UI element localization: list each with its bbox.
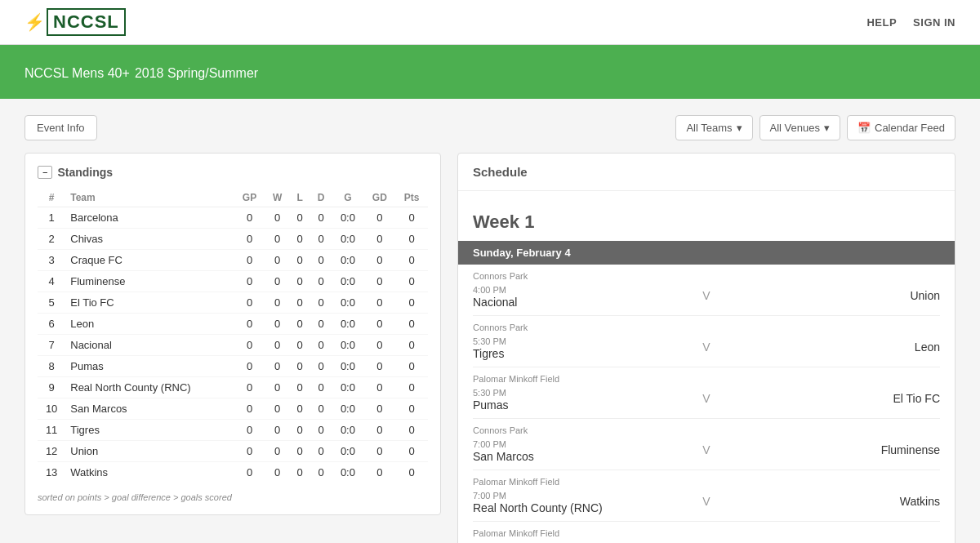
row-d: 0: [310, 441, 332, 462]
row-l: 0: [290, 356, 310, 377]
row-gp: 0: [234, 377, 265, 398]
row-gd: 0: [363, 462, 395, 483]
row-d: 0: [310, 314, 332, 335]
row-l: 0: [290, 398, 310, 420]
vs-label: V: [686, 392, 726, 405]
all-venues-filter[interactable]: All Venues ▾: [760, 115, 840, 140]
team-away: Watkins: [900, 495, 940, 508]
row-team: El Tio FC: [65, 292, 234, 314]
page-title: NCCSL Mens 40+ 2018 Spring/Summer: [24, 61, 956, 82]
row-d: 0: [310, 398, 332, 420]
schedule-content: Week 1 Sunday, February 4 Connors Park 4…: [458, 191, 955, 543]
game-time: 5:30 PM: [473, 336, 506, 346]
row-gp: 0: [234, 356, 265, 377]
standings-toggle-button[interactable]: −: [38, 166, 52, 179]
row-gd: 0: [363, 356, 395, 377]
all-teams-filter[interactable]: All Teams ▾: [675, 115, 752, 140]
row-team: Watkins: [65, 462, 234, 483]
row-gp: 0: [234, 207, 265, 229]
table-row: 12 Union 0 0 0 0 0:0 0 0: [38, 441, 428, 462]
week1-title: Week 1: [473, 199, 940, 241]
row-num: 7: [38, 335, 65, 356]
right-panel: All Teams ▾ All Venues ▾ 📅 Calendar Feed…: [457, 115, 956, 543]
schedule-box: Schedule Week 1 Sunday, February 4 Conno…: [457, 153, 956, 543]
standings-table: # Team GP W L D G GD Pts 1 Barcelona 0 0…: [38, 189, 428, 483]
row-l: 0: [290, 250, 310, 271]
row-pts: 0: [395, 398, 428, 420]
row-gd: 0: [363, 335, 395, 356]
game-venue: Palomar Minkoff Field: [473, 477, 940, 487]
row-team: Barcelona: [65, 207, 234, 229]
row-gd: 0: [363, 398, 395, 420]
row-g: 0:0: [332, 377, 363, 398]
game-time: 4:00 PM: [473, 285, 506, 295]
row-team: Real North County (RNC): [65, 377, 234, 398]
vs-label: V: [686, 495, 726, 508]
row-l: 0: [290, 229, 310, 250]
row-w: 0: [265, 207, 290, 229]
row-w: 0: [265, 420, 290, 441]
row-team: Pumas: [65, 356, 234, 377]
table-row: 7 Nacional 0 0 0 0 0:0 0 0: [38, 335, 428, 356]
row-num: 9: [38, 377, 65, 398]
game-row: Connors Park 5:30 PM Tigres V Leon: [473, 316, 940, 367]
row-d: 0: [310, 356, 332, 377]
game-venue: Connors Park: [473, 323, 940, 332]
row-gp: 0: [234, 314, 265, 335]
row-gp: 0: [234, 398, 265, 420]
table-row: 5 El Tio FC 0 0 0 0 0:0 0 0: [38, 292, 428, 314]
row-pts: 0: [395, 271, 428, 292]
row-num: 1: [38, 207, 65, 229]
row-gd: 0: [363, 441, 395, 462]
row-num: 4: [38, 271, 65, 292]
row-team: Craque FC: [65, 250, 234, 271]
logo-icon: ⚡: [24, 12, 45, 32]
sign-in-link[interactable]: SIGN IN: [913, 16, 956, 29]
row-num: 2: [38, 229, 65, 250]
row-g: 0:0: [332, 229, 363, 250]
row-g: 0:0: [332, 420, 363, 441]
row-w: 0: [265, 229, 290, 250]
col-team: Team: [65, 189, 234, 207]
row-team: Leon: [65, 314, 234, 335]
vs-label: V: [686, 340, 726, 354]
row-pts: 0: [395, 420, 428, 441]
game-row: Palomar Minkoff Field 8:30 PM Craque FC …: [473, 522, 940, 543]
schedule-header: Schedule: [458, 154, 955, 191]
row-d: 0: [310, 335, 332, 356]
row-w: 0: [265, 292, 290, 314]
col-l: L: [290, 189, 310, 207]
row-g: 0:0: [332, 398, 363, 420]
calendar-feed-button[interactable]: 📅 Calendar Feed: [847, 115, 956, 140]
row-w: 0: [265, 335, 290, 356]
row-gd: 0: [363, 292, 395, 314]
row-team: Union: [65, 441, 234, 462]
row-gd: 0: [363, 420, 395, 441]
col-pts: Pts: [395, 189, 428, 207]
calendar-icon: 📅: [858, 122, 871, 134]
row-l: 0: [290, 314, 310, 335]
row-num: 6: [38, 314, 65, 335]
game-row: Palomar Minkoff Field 7:00 PM Real North…: [473, 470, 940, 522]
row-w: 0: [265, 250, 290, 271]
row-team: Chivas: [65, 229, 234, 250]
game-venue: Palomar Minkoff Field: [473, 528, 940, 538]
row-d: 0: [310, 462, 332, 483]
row-num: 8: [38, 356, 65, 377]
row-d: 0: [310, 207, 332, 229]
row-g: 0:0: [332, 356, 363, 377]
event-info-button[interactable]: Event Info: [24, 115, 97, 140]
row-gp: 0: [234, 250, 265, 271]
game-time: 5:30 PM: [473, 388, 506, 398]
row-num: 5: [38, 292, 65, 314]
game-venue: Palomar Minkoff Field: [473, 374, 940, 384]
nav-links: HELP SIGN IN: [866, 16, 956, 29]
team-home: Nacional: [473, 296, 517, 309]
team-away: Union: [910, 289, 940, 302]
row-team: Nacional: [65, 335, 234, 356]
row-d: 0: [310, 377, 332, 398]
col-gd: GD: [363, 189, 395, 207]
dropdown-arrow-icon2: ▾: [824, 122, 830, 134]
game-venue: Connors Park: [473, 425, 940, 435]
help-link[interactable]: HELP: [866, 16, 897, 29]
